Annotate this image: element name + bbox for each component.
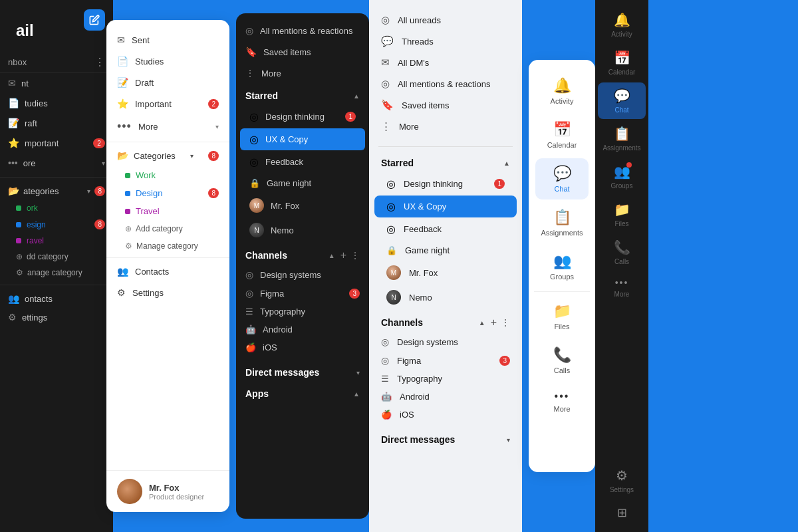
w-contacts[interactable]: 👥 Contacts: [106, 261, 229, 282]
ic-chat[interactable]: 💬 Chat: [535, 158, 589, 200]
l-threads[interactable]: 💬 Threads: [369, 31, 522, 52]
l-channels-plus-icon[interactable]: +: [491, 317, 497, 329]
l-all-dms[interactable]: ✉ All DM's: [369, 52, 522, 73]
l-dm-chevron-icon: ▾: [507, 436, 510, 444]
d-saved-items[interactable]: 🔖 Saved items: [236, 41, 369, 63]
rn-settings[interactable]: ⚙ Settings: [598, 462, 646, 499]
l-star-mr-fox[interactable]: M Mr. Fox: [374, 261, 517, 285]
ic-activity[interactable]: 🔔 Activity: [535, 70, 589, 112]
w-nav-studies[interactable]: 📄 Studies: [106, 51, 229, 72]
rn-more[interactable]: ••• More: [598, 272, 646, 303]
d-starred-header[interactable]: Starred ▲: [236, 84, 369, 105]
nav-item-draft[interactable]: 📝 raft: [0, 113, 113, 133]
d-channels-dots-icon[interactable]: ⋮: [350, 250, 360, 261]
cat-design[interactable]: esign 8: [0, 216, 113, 233]
ic-assignments[interactable]: 📋 Assignments: [535, 202, 589, 243]
rn-files[interactable]: 📁 Files: [598, 196, 646, 233]
w-nav-more[interactable]: ••• More ▾: [106, 114, 229, 139]
l-all-unreads[interactable]: ◎ All unreads: [369, 9, 522, 31]
d-chan-android[interactable]: 🤖 Android: [236, 321, 369, 338]
w-manage-category[interactable]: ⚙ Manage category: [106, 237, 229, 255]
ic-calendar[interactable]: 📅 Calendar: [535, 114, 589, 156]
ic-files[interactable]: 📁 Files: [535, 296, 589, 337]
cat-work[interactable]: ork: [0, 200, 113, 216]
d-star-mr-fox[interactable]: M Mr. Fox: [240, 194, 365, 217]
l-starred-header[interactable]: Starred ▲: [369, 151, 522, 172]
nav-item-nt[interactable]: ✉ nt: [0, 73, 113, 93]
d-star-design-thinking[interactable]: ◎ Design thinking 1: [240, 106, 365, 128]
l-chan-typography[interactable]: ☰ Typography: [369, 370, 522, 388]
rn-groups[interactable]: 👥 Groups: [598, 158, 646, 195]
w-important-label: Important: [135, 99, 201, 109]
l-more[interactable]: ⋮ More: [369, 116, 522, 137]
w-nav-important[interactable]: ⭐ Important 2: [106, 93, 229, 114]
d-star-ux-copy[interactable]: ◎ UX & Copy: [240, 128, 365, 150]
w-nav-draft[interactable]: 📝 Draft: [106, 72, 229, 93]
w-cat-travel[interactable]: Travel: [106, 202, 229, 220]
l-chan-ios[interactable]: 🍎 iOS: [369, 406, 522, 424]
compose-button[interactable]: [84, 9, 105, 31]
d-apps-header[interactable]: Apps ▲: [236, 382, 369, 403]
categories-header[interactable]: 📂 ategories ▾ 8: [0, 182, 113, 200]
d-chan-design-systems[interactable]: ◎ Design systems: [236, 265, 369, 284]
nav-contacts-dark[interactable]: 👥 ontacts: [0, 289, 113, 308]
nav-settings-dark[interactable]: ⚙ ettings: [0, 308, 113, 327]
d-channels-label: Channels: [245, 250, 329, 261]
rn-assignments-icon: 📋: [614, 126, 630, 142]
chat-dark-panel: ◎ All mentions & reactions 🔖 Saved items…: [236, 13, 369, 519]
ic-more[interactable]: ••• More: [535, 384, 589, 420]
d-dm-header[interactable]: Direct messages ▾: [236, 360, 369, 382]
w-categories-header[interactable]: 📂 Categories ▾ 8: [106, 145, 229, 166]
l-more-label: More: [399, 122, 510, 132]
l-channels-dots-icon[interactable]: ⋮: [501, 317, 510, 328]
add-category-action[interactable]: ⊕ dd category: [0, 249, 113, 265]
l-star-game-night[interactable]: 🔒 Game night: [374, 241, 517, 260]
w-cat-work[interactable]: Work: [106, 166, 229, 184]
rn-chat[interactable]: 💬 Chat: [598, 82, 646, 119]
w-cat-design[interactable]: Design 8: [106, 184, 229, 202]
ic-groups[interactable]: 👥 Groups: [535, 246, 589, 287]
d-chan-figma[interactable]: ◎ Figma 3: [236, 284, 369, 303]
l-chan-figma[interactable]: ◎ Figma 3: [369, 351, 522, 370]
d-chan-ios[interactable]: 🍎 iOS: [236, 338, 369, 356]
rn-calendar[interactable]: 📅 Calendar: [598, 45, 646, 81]
l-chan-design-systems[interactable]: ◎ Design systems: [369, 332, 522, 351]
l-mentions-icon: ◎: [381, 78, 390, 90]
rn-assignments[interactable]: 📋 Assignments: [598, 120, 646, 157]
d-nemo-avatar: N: [249, 223, 264, 237]
d-more[interactable]: ⋮ More: [236, 63, 369, 84]
rn-calls[interactable]: 📞 Calls: [598, 234, 646, 271]
l-star-ux-copy[interactable]: ◎ UX & Copy: [374, 196, 517, 217]
inbox-row[interactable]: nbox ⋮: [0, 52, 113, 73]
w-settings[interactable]: ⚙ Settings: [106, 282, 229, 303]
d-android-label: Android: [263, 325, 360, 334]
l-dm-header[interactable]: Direct messages ▾: [369, 428, 522, 449]
ic-calls[interactable]: 📞 Calls: [535, 340, 589, 381]
rn-grid[interactable]: ⊞: [598, 500, 646, 525]
inbox-options[interactable]: ⋮: [94, 56, 105, 68]
cat-travel[interactable]: ravel: [0, 233, 113, 249]
l-channels-header[interactable]: Channels ▲ + ⋮: [369, 310, 522, 332]
l-star-design-thinking[interactable]: ◎ Design thinking 1: [374, 173, 517, 195]
d-channels-plus-icon[interactable]: +: [340, 249, 346, 261]
rn-activity[interactable]: 🔔 Activity: [598, 7, 646, 43]
l-star-feedback[interactable]: ◎ Feedback: [374, 218, 517, 240]
nav-item-important[interactable]: ⭐ mportant 2: [0, 133, 113, 153]
l-ux-copy-label: UX & Copy: [404, 201, 505, 211]
d-all-mentions[interactable]: ◎ All mentions & reactions: [236, 20, 369, 41]
nav-item-more[interactable]: ••• ore ▾: [0, 153, 113, 173]
w-nav-sent[interactable]: ✉ Sent: [106, 29, 229, 51]
l-star-nemo[interactable]: N Nemo: [374, 285, 517, 309]
l-all-mentions[interactable]: ◎ All mentions & reactions: [369, 73, 522, 94]
d-star-game-night[interactable]: 🔒 Game night: [240, 174, 365, 193]
d-channels-header[interactable]: Channels ▲ + ⋮: [236, 243, 369, 265]
d-star-feedback[interactable]: ◎ Feedback: [240, 151, 365, 173]
d-star-nemo[interactable]: N Nemo: [240, 218, 365, 242]
sent-icon: ✉: [117, 35, 125, 45]
l-chan-android[interactable]: 🤖 Android: [369, 388, 522, 406]
nav-item-studies[interactable]: 📄 tudies: [0, 93, 113, 113]
w-add-category[interactable]: ⊕ Add category: [106, 220, 229, 237]
d-chan-typography[interactable]: ☰ Typography: [236, 303, 369, 321]
l-saved-items[interactable]: 🔖 Saved items: [369, 94, 522, 116]
manage-category-action[interactable]: ⚙ anage category: [0, 265, 113, 281]
